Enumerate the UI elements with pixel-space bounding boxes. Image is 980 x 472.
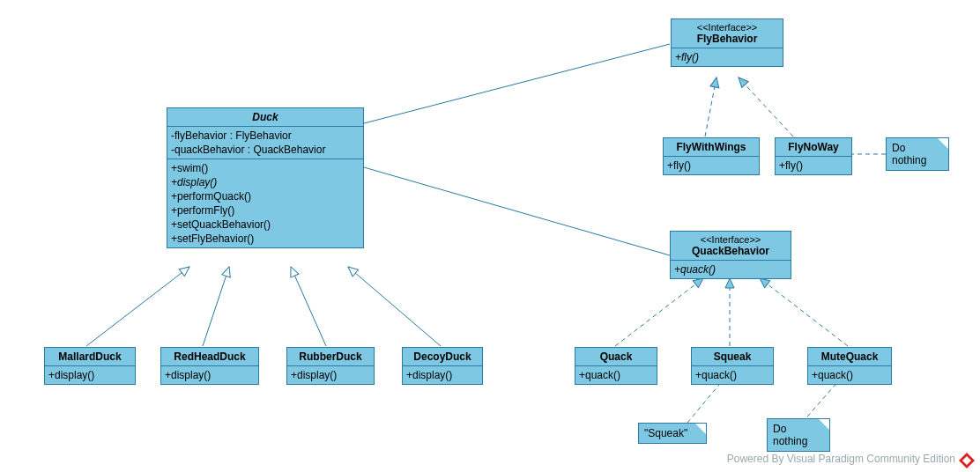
mute-quack-class[interactable]: MuteQuack +quack() — [807, 347, 892, 385]
svg-line-12 — [687, 380, 723, 423]
rubber-op: +display() — [291, 368, 370, 382]
visual-paradigm-logo-icon — [959, 453, 975, 468]
fly-no-way-title: FlyNoWay — [776, 138, 851, 157]
note-text: "Squeak" — [644, 427, 687, 439]
fly-behavior-op: +fly() — [675, 50, 779, 64]
duck-op: +swim() — [171, 161, 360, 175]
mallard-op: +display() — [48, 368, 131, 382]
duck-attr: -quackBehavior : QuackBehavior — [171, 143, 360, 157]
duck-op: +setFlyBehavior() — [171, 232, 360, 246]
redhead-op: +display() — [165, 368, 255, 382]
redhead-duck-class[interactable]: RedHeadDuck +display() — [160, 347, 259, 385]
watermark: Powered By Visual Paradigm Community Edi… — [727, 453, 955, 465]
duck-op: +performFly() — [171, 203, 360, 218]
squeak-class[interactable]: Squeak +quack() — [691, 347, 774, 385]
duck-op: +performQuack() — [171, 189, 360, 203]
decoy-title: DecoyDuck — [403, 348, 482, 366]
quack-behavior-head: <<Interface>> QuackBehavior — [671, 232, 791, 261]
quack-title: Quack — [575, 348, 657, 366]
svg-line-11 — [760, 278, 848, 346]
redhead-title: RedHeadDuck — [161, 348, 258, 366]
note-text: Do nothing — [773, 423, 807, 447]
fly-with-wings-op: +fly() — [667, 159, 755, 173]
do-nothing-fly-note[interactable]: Do nothing — [886, 137, 949, 171]
decoy-op: +display() — [406, 368, 479, 382]
fly-no-way-class[interactable]: FlyNoWay +fly() — [775, 137, 852, 175]
squeak-title: Squeak — [692, 348, 773, 366]
svg-line-6 — [705, 77, 716, 136]
mute-quack-title: MuteQuack — [808, 348, 891, 366]
duck-title: Duck — [167, 108, 363, 127]
quack-class[interactable]: Quack +quack() — [575, 347, 657, 385]
squeak-note[interactable]: "Squeak" — [638, 423, 707, 444]
duck-attrs: -flyBehavior : FlyBehavior -quackBehavio… — [167, 127, 363, 159]
rubber-title: RubberDuck — [287, 348, 374, 366]
quack-op: +quack() — [579, 368, 653, 382]
squeak-op: +quack() — [695, 368, 769, 382]
decoy-duck-class[interactable]: DecoyDuck +display() — [402, 347, 483, 385]
quack-behavior-interface[interactable]: <<Interface>> QuackBehavior +quack() — [670, 231, 791, 279]
quack-behavior-title: QuackBehavior — [692, 245, 769, 257]
fly-behavior-stereo: <<Interface>> — [675, 22, 779, 33]
svg-line-13 — [802, 380, 839, 423]
svg-line-5 — [364, 167, 670, 255]
fly-behavior-interface[interactable]: <<Interface>> FlyBehavior +fly() — [671, 18, 783, 67]
svg-line-3 — [348, 267, 441, 346]
duck-op: +display() — [171, 175, 360, 189]
note-fold-icon — [695, 424, 706, 434]
svg-line-1 — [203, 267, 229, 346]
note-fold-icon — [938, 138, 948, 149]
fly-with-wings-class[interactable]: FlyWithWings +fly() — [663, 137, 760, 175]
note-fold-icon — [819, 419, 829, 430]
mute-quack-op: +quack() — [812, 368, 887, 382]
fly-behavior-head: <<Interface>> FlyBehavior — [672, 19, 783, 48]
quack-behavior-op: +quack() — [674, 262, 787, 277]
fly-behavior-title: FlyBehavior — [697, 33, 758, 45]
mallard-duck-class[interactable]: MallardDuck +display() — [44, 347, 136, 385]
duck-ops: +swim() +display() +performQuack() +perf… — [167, 159, 363, 247]
fly-no-way-op: +fly() — [779, 159, 848, 173]
do-nothing-quack-note[interactable]: Do nothing — [767, 418, 830, 452]
quack-behavior-stereo: <<Interface>> — [674, 234, 787, 245]
duck-attr: -flyBehavior : FlyBehavior — [171, 129, 360, 143]
fly-with-wings-title: FlyWithWings — [664, 138, 759, 157]
note-text: Do nothing — [892, 142, 926, 166]
svg-line-9 — [615, 278, 703, 346]
svg-line-0 — [86, 267, 189, 346]
svg-line-4 — [364, 44, 670, 123]
svg-line-2 — [291, 267, 326, 346]
connectors — [0, 0, 980, 472]
duck-class[interactable]: Duck -flyBehavior : FlyBehavior -quackBe… — [167, 107, 364, 248]
svg-line-7 — [739, 77, 793, 136]
mallard-title: MallardDuck — [45, 348, 135, 366]
rubber-duck-class[interactable]: RubberDuck +display() — [286, 347, 375, 385]
duck-op: +setQuackBehavior() — [171, 218, 360, 232]
